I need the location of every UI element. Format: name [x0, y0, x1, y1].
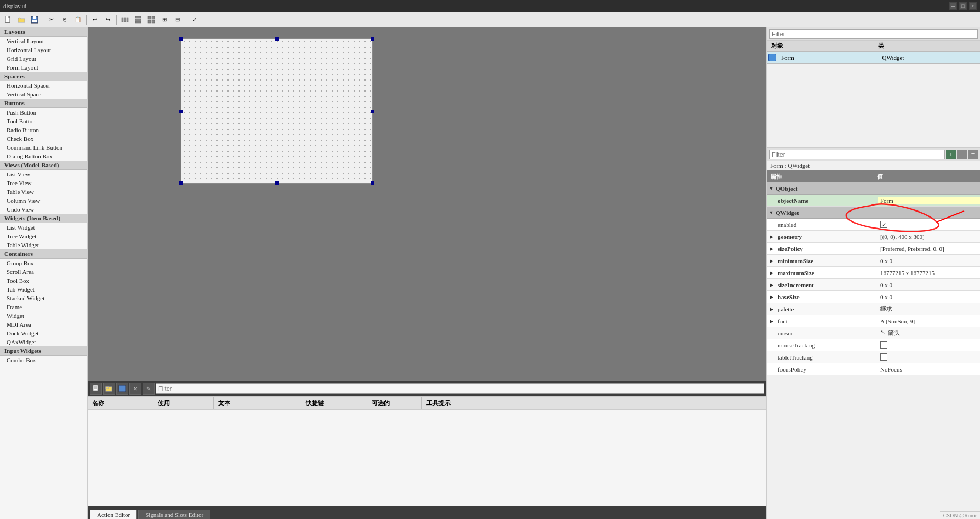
redo-button[interactable]: ↪	[102, 14, 114, 26]
action-filter-input[interactable]	[156, 383, 764, 394]
prop-tablettracking-value[interactable]	[878, 353, 980, 361]
paste-button[interactable]: 📋	[72, 14, 84, 26]
widget-item-dock-widget[interactable]: Dock Widget	[0, 329, 87, 338]
widget-item-tab-widget[interactable]: Tab Widget	[0, 285, 87, 294]
cut-button[interactable]: ✂	[45, 14, 58, 26]
prop-remove-button[interactable]: −	[957, 150, 967, 159]
qobject-toggle[interactable]: ▼	[767, 182, 776, 195]
design-canvas[interactable]	[88, 27, 766, 381]
qwidget-toggle[interactable]: ▼	[767, 207, 776, 219]
svg-rect-6	[127, 18, 128, 22]
maximumsize-toggle[interactable]: ▶	[767, 267, 776, 279]
widget-item-vertical-layout[interactable]: Vertical Layout	[0, 37, 87, 45]
widget-item-grid-layout[interactable]: Grid Layout	[0, 54, 87, 63]
mousetracking-checkbox[interactable]	[880, 341, 887, 349]
prop-basesize-value[interactable]: 0 x 0	[878, 294, 980, 300]
handle-mr	[371, 110, 374, 113]
prop-cursor-value[interactable]: ↖ 箭头	[878, 329, 980, 337]
minimize-button[interactable]: ─	[949, 2, 957, 10]
minimumsize-toggle[interactable]: ▶	[767, 255, 776, 267]
widget-item-tree-widget[interactable]: Tree Widget	[0, 232, 87, 241]
prop-palette-value[interactable]: 继承	[878, 305, 980, 313]
adjust-size-button[interactable]: ⤢	[189, 14, 201, 26]
maximize-button[interactable]: □	[959, 2, 967, 10]
new-button[interactable]	[2, 14, 14, 26]
prop-font-value[interactable]: A [SimSun, 9]	[878, 318, 980, 324]
widget-item-command-link-button[interactable]: Command Link Button	[0, 143, 87, 152]
widget-item-table-widget[interactable]: Table Widget	[0, 241, 87, 249]
obj-filter-input[interactable]	[769, 29, 978, 39]
widget-item-widget[interactable]: Widget	[0, 311, 87, 320]
prop-geometry-value[interactable]: [(0, 0), 400 x 300]	[878, 233, 980, 240]
category-layouts: Layouts	[0, 27, 87, 37]
layout-form-button[interactable]: ⊞	[158, 14, 170, 26]
palette-toggle[interactable]: ▶	[767, 303, 776, 315]
tab-action-editor[interactable]: Action Editor	[90, 510, 137, 519]
action-open-button[interactable]	[103, 383, 115, 395]
widget-item-table-view[interactable]: Table View	[0, 187, 87, 196]
widget-item-horizontal-spacer[interactable]: Horizontal Spacer	[0, 81, 87, 90]
widget-item-vertical-spacer[interactable]: Vertical Spacer	[0, 90, 87, 99]
layout-h-button[interactable]	[119, 14, 131, 26]
prop-sizepolicy-value[interactable]: [Preferred, Preferred, 0, 0]	[878, 246, 980, 252]
copy-button[interactable]: ⎘	[59, 14, 71, 26]
geometry-toggle[interactable]: ▶	[767, 231, 776, 243]
prop-settings-button[interactable]: ≡	[968, 150, 978, 159]
enabled-checkbox[interactable]	[880, 221, 887, 228]
widget-item-combo-box[interactable]: Combo Box	[0, 356, 87, 364]
break-layout-button[interactable]: ⊟	[172, 14, 184, 26]
widget-item-tool-box[interactable]: Tool Box	[0, 276, 87, 285]
widget-item-group-box[interactable]: Group Box	[0, 259, 87, 267]
prop-sizepolicy-label: sizePolicy	[776, 246, 878, 252]
prop-objectname-value[interactable]: Form	[878, 197, 980, 204]
widget-item-list-widget[interactable]: List Widget	[0, 223, 87, 232]
tab-signals-slots[interactable]: Signals and Slots Editor	[138, 510, 210, 519]
svg-rect-10	[148, 16, 151, 19]
object-row-form[interactable]: Form QWidget	[767, 52, 980, 64]
prop-row-maximumsize: ▶ maximumSize 16777215 x 16777215	[767, 267, 980, 279]
basesize-toggle[interactable]: ▶	[767, 291, 776, 303]
prop-filter-input[interactable]	[769, 150, 945, 159]
action-edit-button[interactable]: ✎	[143, 383, 155, 395]
widget-item-form-layout[interactable]: Form Layout	[0, 63, 87, 72]
layout-grid-button[interactable]	[145, 14, 157, 26]
widget-item-radio-button[interactable]: Radio Button	[0, 126, 87, 134]
widget-item-mdi-area[interactable]: MDI Area	[0, 320, 87, 329]
widget-item-push-button[interactable]: Push Button	[0, 108, 87, 117]
prop-enabled-value[interactable]	[878, 221, 980, 228]
widget-item-undo-view[interactable]: Undo View	[0, 205, 87, 214]
tablettracking-checkbox[interactable]	[880, 353, 887, 361]
layout-v-button[interactable]	[132, 14, 144, 26]
widget-item-qaxwidget[interactable]: QAxWidget	[0, 338, 87, 346]
widget-item-column-view[interactable]: Column View	[0, 196, 87, 205]
widget-item-dialog-button-box[interactable]: Dialog Button Box	[0, 152, 87, 161]
prop-minimumsize-value[interactable]: 0 x 0	[878, 258, 980, 264]
sizepolicy-toggle[interactable]: ▶	[767, 243, 776, 255]
action-delete-button[interactable]: ✕	[129, 383, 141, 395]
widget-item-tool-button[interactable]: Tool Button	[0, 117, 87, 126]
prop-mousetracking-value[interactable]	[878, 341, 980, 349]
widget-item-tree-view[interactable]: Tree View	[0, 179, 87, 187]
sizeincrement-toggle[interactable]: ▶	[767, 279, 776, 291]
font-toggle[interactable]: ▶	[767, 315, 776, 327]
prop-maximumsize-value[interactable]: 16777215 x 16777215	[878, 270, 980, 276]
action-table-header: 名称 使用 文本 快捷键 可选的 工具提示	[88, 397, 766, 410]
widget-item-scroll-area[interactable]: Scroll Area	[0, 267, 87, 276]
prop-focuspolicy-value[interactable]: NoFocus	[878, 366, 980, 373]
action-save-button[interactable]	[116, 383, 128, 395]
widget-item-check-box[interactable]: Check Box	[0, 134, 87, 143]
widget-item-horizontal-layout[interactable]: Horizontal Layout	[0, 45, 87, 54]
open-button[interactable]	[15, 14, 27, 26]
widget-item-stacked-widget[interactable]: Stacked Widget	[0, 294, 87, 303]
form-obj-class: QWidget	[879, 54, 981, 61]
action-new-button[interactable]	[90, 383, 102, 395]
close-button[interactable]: ×	[969, 2, 977, 10]
undo-button[interactable]: ↩	[89, 14, 101, 26]
handle-tr	[371, 37, 374, 41]
form-widget[interactable]	[181, 38, 373, 184]
widget-item-list-view[interactable]: List View	[0, 170, 87, 179]
save-button[interactable]	[29, 14, 41, 26]
widget-item-frame[interactable]: Frame	[0, 303, 87, 311]
prop-add-button[interactable]: +	[946, 150, 956, 159]
prop-sizeincrement-value[interactable]: 0 x 0	[878, 282, 980, 288]
